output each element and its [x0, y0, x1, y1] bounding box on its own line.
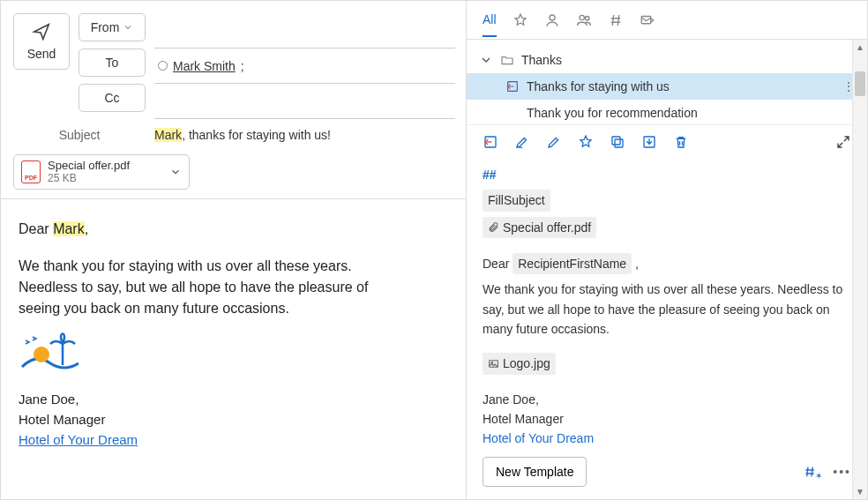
to-button[interactable]: To: [79, 49, 146, 77]
edit-button[interactable]: [546, 134, 562, 153]
cc-label: Cc: [104, 91, 119, 105]
svg-rect-7: [615, 139, 623, 147]
chevron-down-icon: [123, 22, 133, 33]
template-sig-name: Jane Doe,: [483, 390, 851, 409]
svg-rect-4: [641, 16, 651, 23]
template-item-selected[interactable]: Thanks for staying with us ⋮: [467, 73, 867, 100]
footer-bar: New Template ✶ •••: [467, 448, 867, 499]
new-template-button[interactable]: New Template: [483, 457, 587, 487]
attachment-token: Special offer.pdf: [483, 217, 596, 238]
template-tree: Thanks Thanks for staying with us ⋮ Than…: [467, 40, 867, 126]
pen-button[interactable]: [514, 134, 530, 153]
signature-name: Jane Doe,: [19, 390, 448, 410]
template-item[interactable]: Thank you for recommendation: [467, 100, 867, 126]
template-sig-link: Hotel of Your Dream: [483, 429, 851, 448]
cc-button[interactable]: Cc: [79, 84, 146, 112]
recipient-chip[interactable]: Mark Smith;: [158, 59, 244, 73]
message-body[interactable]: Dear Mark, We thank you for staying with…: [1, 199, 466, 470]
logo-image: [19, 332, 82, 376]
presence-icon: [158, 61, 168, 71]
compose-pane: Send From To Cc Mark Sm: [1, 1, 467, 499]
attachment-size: 25 KB: [48, 173, 162, 184]
chevron-down-icon: [479, 53, 493, 67]
scroll-up-icon[interactable]: ▲: [853, 40, 867, 55]
template-greeting: Dear RecipientFirstName ,: [483, 253, 851, 274]
tab-people[interactable]: [576, 12, 592, 37]
svg-point-1: [550, 15, 555, 20]
recipient-token: RecipientFirstName: [513, 253, 632, 274]
send-icon: [32, 22, 51, 41]
tab-all[interactable]: All: [483, 12, 497, 37]
folder-row[interactable]: Thanks: [467, 47, 867, 73]
folder-icon: [500, 53, 514, 67]
template-sig-role: Hotel Manager: [483, 409, 851, 429]
favorite-button[interactable]: [578, 134, 594, 153]
to-label: To: [106, 56, 119, 70]
svg-rect-8: [612, 137, 620, 145]
from-label: From: [91, 20, 120, 34]
copy-button[interactable]: [610, 134, 625, 153]
svg-point-2: [580, 15, 584, 19]
paperclip-icon: [488, 221, 499, 233]
template-preview: ## FillSubject Special offer.pdf Dear Re…: [467, 161, 867, 448]
insert-button[interactable]: [483, 134, 498, 153]
subject-input[interactable]: Mark, thanks for staying with us!: [154, 128, 455, 142]
tab-mail[interactable]: [640, 12, 655, 37]
insert-icon: [505, 79, 520, 93]
hash-token: ##: [483, 168, 497, 182]
template-paragraph: We thank you for staying with us over al…: [483, 280, 851, 339]
scrollbar[interactable]: ▲ ▼: [852, 40, 867, 499]
attachment-name: Special offer.pdf: [48, 160, 162, 172]
logo-token: Logo.jpg: [483, 353, 556, 374]
from-button[interactable]: From: [79, 13, 146, 41]
svg-point-3: [585, 16, 589, 20]
person-icon: [544, 12, 560, 28]
from-field[interactable]: [154, 13, 455, 49]
template-item-label: Thank you for recommendation: [527, 106, 698, 120]
cc-field[interactable]: [154, 84, 455, 119]
expand-button[interactable]: [835, 134, 851, 153]
fillsubject-token: FillSubject: [483, 190, 550, 211]
more-button[interactable]: •••: [833, 465, 851, 479]
hash-action-icon[interactable]: ✶: [803, 465, 824, 479]
folder-label: Thanks: [521, 53, 562, 67]
tab-star[interactable]: [513, 12, 528, 37]
template-toolbar: [467, 124, 867, 161]
send-label: Send: [27, 47, 56, 61]
hash-icon: [608, 12, 624, 28]
tab-bar: All: [467, 1, 867, 40]
people-icon: [576, 12, 592, 28]
send-button[interactable]: Send: [13, 13, 70, 70]
recipient-name: Mark Smith: [173, 59, 236, 73]
template-item-label: Thanks for staying with us: [527, 79, 670, 93]
svg-point-0: [34, 347, 49, 362]
mail-arrow-icon: [640, 12, 655, 28]
delete-button[interactable]: [673, 134, 689, 153]
greeting: Dear Mark,: [19, 219, 448, 240]
subject-rest: , thanks for staying with us!: [182, 128, 331, 142]
scroll-down-icon[interactable]: ▼: [853, 484, 867, 499]
signature-role: Hotel Manager: [19, 410, 448, 430]
scroll-thumb[interactable]: [855, 71, 865, 96]
body-paragraph: We thank you for staying with us over al…: [19, 256, 371, 319]
to-field[interactable]: Mark Smith;: [154, 49, 455, 84]
tab-hash[interactable]: [608, 12, 624, 37]
attachment-chip[interactable]: PDF Special offer.pdf 25 KB: [13, 154, 190, 190]
chevron-down-icon[interactable]: [169, 166, 182, 178]
image-icon: [488, 358, 499, 369]
templates-pane: All Thanks Thanks for staying with us ⋮: [467, 1, 867, 499]
pdf-icon: PDF: [21, 160, 41, 183]
signature-link[interactable]: Hotel of Your Dream: [19, 432, 138, 447]
subject-label: Subject: [13, 128, 146, 142]
download-button[interactable]: [641, 134, 657, 153]
star-icon: [513, 12, 528, 28]
subject-highlight: Mark: [154, 128, 182, 142]
tab-person[interactable]: [544, 12, 560, 37]
